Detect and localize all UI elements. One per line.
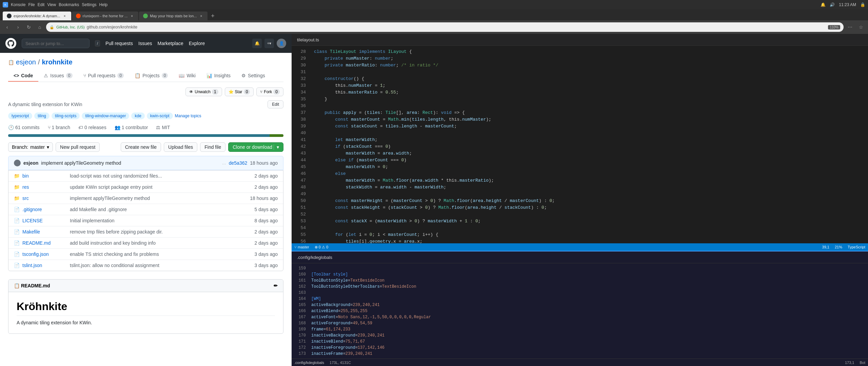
license-stat[interactable]: ⚖ MIT [156,125,170,130]
new-tab-button[interactable]: + [208,12,217,20]
file-name[interactable]: tslint.json [22,263,70,268]
file-name[interactable]: bin [22,173,70,179]
tab-settings[interactable]: ⚙ Settings [236,70,271,82]
tab-close-1[interactable]: × [62,14,67,18]
file-name[interactable]: tsconfig.json [22,251,70,257]
edit-readme-icon[interactable]: ✏ [274,283,278,288]
tab-wiki[interactable]: 📖 Wiki [173,70,201,82]
tab-close-3[interactable]: × [199,14,203,18]
os-clock: 11:23 AM [839,2,856,7]
manage-topics-link[interactable]: Manage topics [175,114,201,118]
address-bar[interactable]: 🔒 GitHub, Inc. (US) github.com/esjeon/kr… [46,22,844,32]
file-name[interactable]: res [22,184,70,190]
repo-description-text: A dynamic tiling extension for KWin [8,102,82,107]
editor-top-scroll[interactable]: 2829303132333435363738394041424344454647… [292,46,868,243]
browser-tab-2[interactable]: r/unixporn - the home for ... × [72,12,139,20]
commit-sha-link[interactable]: de5a362 [229,160,248,166]
upload-files-button[interactable]: Upload files [164,142,197,152]
repo-name-link[interactable]: krohnkite [42,58,73,66]
repo-owner-link[interactable]: esjeon [16,58,36,66]
back-button[interactable]: ‹ [3,23,12,32]
nav-pull-requests[interactable]: Pull requests [105,41,133,46]
konsole-app-icon[interactable]: K [3,2,8,7]
code-content-bottom: [Toolbar style]ToolButtonStyle=TextBesid… [309,263,868,359]
file-name[interactable]: LICENSE [22,218,70,223]
refresh-button[interactable]: ↻ [24,23,33,32]
star-button[interactable]: ⭐ Star 0 [225,87,254,96]
new-pull-request-button[interactable]: New pull request [56,142,100,152]
tab-issues[interactable]: ⚠ Issues 0 [38,70,78,82]
tab-code[interactable]: <> Code [8,70,38,82]
tab-issues-label: Issues [50,73,64,78]
unwatch-button[interactable]: 👁 Unwatch 1 [185,87,222,96]
unwatch-label: Unwatch [195,89,211,94]
branch-selector[interactable]: Branch: master ▾ [8,142,53,152]
bookmark-button[interactable]: ☆ [856,23,865,32]
commits-icon: 🕐 [8,125,14,130]
browser-tab-3[interactable]: May your htop stats be lon... × [139,12,208,20]
branches-stat[interactable]: ⑂ 1 branch [48,125,70,130]
releases-count: 0 releases [84,125,106,130]
browser-tab-1[interactable]: esjeon/krohnkite: A dynam... × [3,12,71,20]
file-commit-time: 18 hours ago [244,196,278,201]
os-menu-help[interactable]: Help [99,2,108,7]
pr-icon: ⑂ [83,73,86,78]
edit-description-button[interactable]: Edit [268,100,283,108]
os-menu-settings[interactable]: Settings [82,2,96,7]
file-commit-message: update KWin script package entry point [70,184,244,190]
security-indicator: 🔒 [50,25,54,29]
topic-kde[interactable]: kde [131,113,144,119]
topic-tiling[interactable]: tiling [34,113,50,119]
extensions-button[interactable]: ⋯ [846,23,854,32]
os-menu-bookmarks[interactable]: Bookmarks [59,2,79,7]
file-name[interactable]: Makefile [22,229,70,235]
file-name[interactable]: src [22,196,70,201]
file-type-icon: 📄 [14,251,20,257]
commits-stat[interactable]: 🕐 61 commits [8,125,40,130]
nav-explore[interactable]: Explore [189,41,205,46]
os-lock-icon[interactable]: 🔒 [860,2,865,7]
clone-download-button[interactable]: Clone or download ▾ [228,142,283,152]
os-menu-edit[interactable]: Edit [38,2,45,7]
os-volume-icon[interactable]: 🔊 [830,2,835,7]
commit-author-name[interactable]: esjeon [23,160,38,166]
star-count: 0 [244,89,250,95]
file-commit-message: implement applyTileGeometry method [70,196,244,201]
topic-tiling-scripts[interactable]: tiling-scripts [52,113,80,119]
file-name[interactable]: README.md [22,240,70,246]
commit-bar: esjeon implement applyTileGeometry metho… [8,156,283,170]
plus-menu[interactable]: +▾ [264,39,274,48]
releases-stat[interactable]: 🏷 0 releases [78,125,106,130]
fork-button[interactable]: ⑂ Fork 0 [256,87,283,96]
home-button[interactable]: ⌂ [35,23,44,32]
file-name[interactable]: .gitignore [22,207,70,212]
search-shortcut: / [95,40,100,46]
github-search[interactable] [22,39,90,48]
editor-bottom-scroll[interactable]: 1591601611621631641651661671681691701711… [292,263,868,359]
forward-button[interactable]: › [14,23,22,32]
os-menu-file[interactable]: File [28,2,35,7]
os-menu-view[interactable]: View [47,2,56,7]
nav-marketplace[interactable]: Marketplace [157,41,183,46]
repo-actions-bar: 👁 Unwatch 1 ⭐ Star 0 ⑂ Fork 0 [8,87,283,96]
wiki-icon: 📖 [179,73,184,78]
topic-typescript[interactable]: typescript [8,113,32,119]
find-file-button[interactable]: Find file [200,142,225,152]
tab-pull-requests[interactable]: ⑂ Pull requests 0 [78,70,130,82]
os-notification-icon[interactable]: 🔔 [821,2,826,7]
file-commit-time: 2 days ago [244,184,278,190]
github-logo[interactable] [5,38,16,49]
file-type-icon: 📄 [14,218,20,223]
tab-close-2[interactable]: × [130,14,134,18]
contributors-stat[interactable]: 👥 1 contributor [115,125,148,130]
create-new-file-button[interactable]: Create new file [121,142,161,152]
tab-projects[interactable]: 📋 Projects 0 [129,70,173,82]
clone-download-label: Clone or download [233,144,272,150]
topic-kwin-script[interactable]: kwin-script [147,113,173,119]
status-cursor-top: 39,1 [822,245,829,249]
notifications-button[interactable]: 🔔 [252,39,262,48]
topic-tiling-wm[interactable]: tiling-window-manager [82,113,129,119]
nav-issues[interactable]: Issues [138,41,152,46]
user-avatar[interactable]: 👤 [277,39,286,48]
tab-insights[interactable]: 📊 Insights [201,70,236,82]
